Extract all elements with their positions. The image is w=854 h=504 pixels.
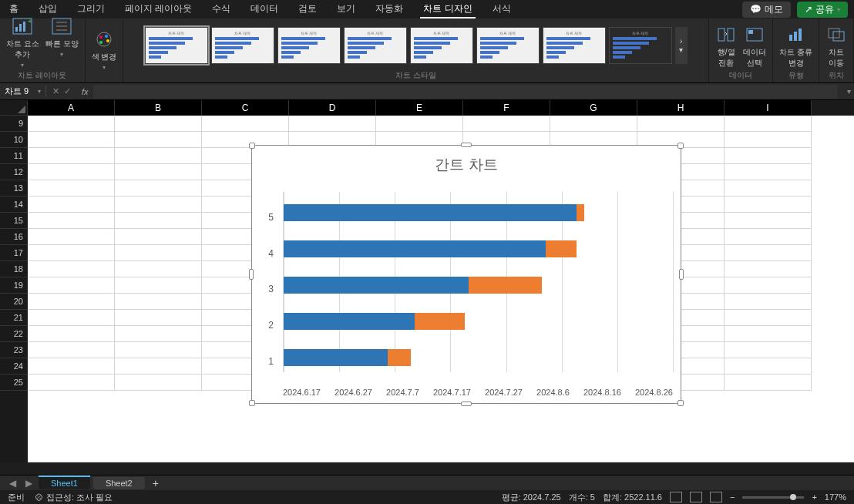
row-header[interactable]: 13: [0, 180, 28, 197]
cell[interactable]: [376, 116, 463, 132]
col-header[interactable]: F: [463, 100, 550, 116]
style-thumb-3[interactable]: 차트 제목: [277, 27, 341, 64]
col-header[interactable]: G: [550, 100, 637, 116]
zoom-out-button[interactable]: −: [730, 492, 735, 502]
cell[interactable]: [115, 310, 202, 326]
accessibility-status[interactable]: ⛒ 접근성: 조사 필요: [35, 492, 113, 503]
cell[interactable]: [28, 326, 115, 342]
row-header[interactable]: 22: [0, 326, 28, 342]
col-header[interactable]: I: [725, 100, 812, 116]
cell[interactable]: [725, 116, 812, 132]
data-bar[interactable]: [284, 277, 542, 294]
style-thumb-2[interactable]: 차트 제목: [211, 27, 274, 64]
plot-area[interactable]: 54321: [275, 192, 673, 372]
style-thumb-5[interactable]: 차트 제목: [410, 27, 473, 64]
row-header[interactable]: 18: [0, 261, 28, 277]
share-button[interactable]: ↗ 공유 ▾: [797, 2, 848, 18]
cell[interactable]: [28, 116, 115, 132]
cell[interactable]: [115, 277, 202, 294]
cell[interactable]: [28, 358, 115, 375]
resize-handle[interactable]: [677, 400, 684, 406]
cell[interactable]: [28, 164, 115, 180]
view-normal-icon[interactable]: [670, 492, 682, 502]
name-box[interactable]: 차트 9▾: [0, 86, 46, 97]
cell[interactable]: [28, 342, 115, 358]
cell[interactable]: [28, 294, 115, 310]
cell[interactable]: [725, 342, 812, 358]
row-header[interactable]: 11: [0, 148, 28, 164]
add-sheet-button[interactable]: +: [148, 477, 163, 489]
menu-view[interactable]: 보기: [334, 1, 358, 18]
cell[interactable]: [115, 116, 202, 132]
cell[interactable]: [115, 197, 202, 213]
row-header[interactable]: 24: [0, 358, 28, 375]
cell[interactable]: [725, 229, 812, 245]
chart-title[interactable]: 간트 차트: [252, 146, 681, 181]
change-chart-type-button[interactable]: 차트 종류 변경: [779, 24, 812, 69]
cell[interactable]: [28, 277, 115, 294]
cell[interactable]: [115, 261, 202, 277]
row-header[interactable]: 10: [0, 132, 28, 148]
formula-input[interactable]: [93, 85, 837, 99]
zoom-in-button[interactable]: +: [812, 492, 816, 502]
sheet-nav-prev[interactable]: ◀: [6, 478, 19, 489]
row-header[interactable]: 19: [0, 277, 28, 294]
cell[interactable]: [725, 261, 812, 277]
row-header[interactable]: 25: [0, 375, 28, 391]
data-bar[interactable]: [284, 240, 577, 257]
cell[interactable]: [28, 245, 115, 261]
sheet-tab[interactable]: Sheet2: [93, 477, 145, 489]
cell[interactable]: [725, 197, 812, 213]
menu-data[interactable]: 데이터: [247, 1, 281, 18]
cell[interactable]: [28, 180, 115, 197]
cell[interactable]: [115, 164, 202, 180]
cell[interactable]: [289, 116, 376, 132]
col-header[interactable]: H: [637, 100, 725, 116]
cell[interactable]: [115, 294, 202, 310]
change-colors-button[interactable]: 색 변경 ▾: [92, 29, 117, 71]
zoom-thumb[interactable]: [790, 494, 796, 500]
cell[interactable]: [725, 132, 812, 148]
row-header[interactable]: 15: [0, 213, 28, 229]
cell[interactable]: [550, 116, 637, 132]
menu-pagelayout[interactable]: 페이지 레이아웃: [122, 1, 195, 18]
cell[interactable]: [115, 180, 202, 197]
cell[interactable]: [115, 326, 202, 342]
row-header[interactable]: 21: [0, 310, 28, 326]
resize-handle[interactable]: [249, 400, 255, 406]
menu-chartdesign[interactable]: 차트 디자인: [420, 1, 475, 18]
col-header[interactable]: A: [28, 100, 115, 116]
cell[interactable]: [28, 132, 115, 148]
switch-rowcol-button[interactable]: 행/열 전환: [715, 24, 737, 69]
row-header[interactable]: 12: [0, 164, 28, 180]
zoom-slider[interactable]: [742, 496, 804, 499]
cell[interactable]: [115, 245, 202, 261]
enter-icon[interactable]: ✓: [64, 86, 71, 96]
move-chart-button[interactable]: 차트 이동: [825, 24, 847, 69]
cell[interactable]: [115, 229, 202, 245]
memo-button[interactable]: 💬 메모: [742, 2, 791, 18]
cell[interactable]: [463, 116, 550, 132]
cell[interactable]: [115, 132, 202, 148]
cell[interactable]: [725, 375, 812, 391]
cell[interactable]: [28, 148, 115, 164]
cell[interactable]: [202, 116, 289, 132]
sheet-nav-next[interactable]: ▶: [22, 478, 35, 489]
cell[interactable]: [725, 310, 812, 326]
row-header[interactable]: 23: [0, 342, 28, 358]
view-pagelayout-icon[interactable]: [690, 492, 702, 502]
style-thumb-6[interactable]: 차트 제목: [476, 27, 540, 64]
menu-formulas[interactable]: 수식: [209, 1, 234, 18]
cell[interactable]: [115, 358, 202, 375]
sheet-tab[interactable]: Sheet1: [39, 475, 90, 489]
cell[interactable]: [28, 261, 115, 277]
resize-handle[interactable]: [461, 402, 472, 406]
cell[interactable]: [725, 358, 812, 375]
row-header[interactable]: 20: [0, 294, 28, 310]
col-header[interactable]: D: [289, 100, 376, 116]
cell[interactable]: [725, 213, 812, 229]
cell[interactable]: [637, 116, 725, 132]
cell[interactable]: [725, 326, 812, 342]
cell[interactable]: [725, 180, 812, 197]
cell[interactable]: [28, 197, 115, 213]
